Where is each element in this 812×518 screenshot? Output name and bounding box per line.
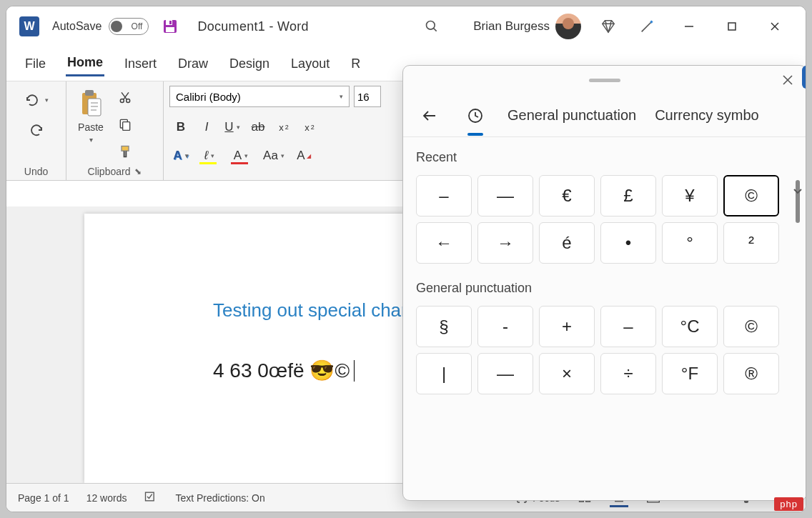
panel-close-button[interactable] (779, 71, 796, 89)
panel-tabs: General punctuation Currency symbo (403, 94, 806, 137)
user-name: Brian Burgess (473, 19, 550, 34)
underline-button[interactable]: U▾ (221, 116, 244, 139)
minimize-button[interactable] (678, 16, 700, 37)
close-button[interactable] (764, 16, 786, 37)
italic-button[interactable]: I (195, 116, 218, 139)
highlight-button[interactable]: ℓ▾ (195, 144, 224, 167)
autosave-state: Off (132, 21, 143, 31)
symbol-divide[interactable]: ÷ (600, 353, 656, 394)
clipboard-dialog-launcher[interactable]: ⬊ (134, 166, 142, 176)
symbol-pound[interactable]: £ (600, 175, 656, 216)
tab-currency-symbols[interactable]: Currency symbo (655, 107, 759, 124)
svg-rect-20 (122, 146, 129, 151)
maximize-button[interactable] (721, 16, 743, 37)
symbol-copyright-2[interactable]: © (723, 306, 779, 347)
subscript-button[interactable]: x2 (272, 116, 295, 139)
tab-draw[interactable]: Draw (177, 52, 209, 76)
window-controls (678, 16, 786, 37)
symbol-degree[interactable]: ° (662, 222, 718, 264)
save-button[interactable] (160, 16, 180, 36)
undo-button[interactable]: ▾ (24, 90, 49, 110)
tab-general-punctuation[interactable]: General punctuation (508, 107, 636, 124)
status-words[interactable]: 12 words (86, 492, 127, 504)
superscript-button[interactable]: x2 (298, 116, 321, 139)
symbol-multiply[interactable]: × (539, 353, 595, 394)
recent-symbol-grid: – — € £ ¥ © ← → é • ° ² (416, 175, 793, 264)
drag-grip[interactable] (589, 79, 620, 82)
clipboard-group-label: Clipboard (88, 166, 131, 177)
svg-rect-12 (88, 99, 101, 116)
symbol-plus[interactable]: + (539, 306, 595, 347)
symbol-e-acute[interactable]: é (539, 222, 595, 264)
autosave-group: AutoSave Off (52, 18, 149, 35)
recent-tab-icon[interactable] (462, 102, 489, 129)
symbol-section[interactable]: § (416, 306, 472, 347)
svg-rect-21 (146, 492, 154, 501)
symbol-arrow-left[interactable]: ← (416, 222, 472, 264)
title-bar: W AutoSave Off Document1 - Word Brian Bu… (6, 6, 806, 46)
paste-label: Paste (78, 121, 104, 133)
svg-rect-2 (169, 21, 172, 24)
symbol-emdash[interactable]: — (477, 175, 533, 216)
tab-file[interactable]: File (24, 52, 47, 76)
symbol-endash[interactable]: – (416, 175, 472, 216)
undo-group-label: Undo (12, 163, 60, 179)
text-effects-button[interactable]: A▾ (169, 144, 192, 167)
symbol-fahrenheit[interactable]: °F (662, 353, 718, 394)
tab-design[interactable]: Design (228, 52, 271, 76)
autosave-label: AutoSave (52, 20, 102, 33)
text-cursor (354, 360, 355, 382)
symbol-yen[interactable]: ¥ (662, 175, 718, 216)
status-page[interactable]: Page 1 of 1 (18, 492, 69, 504)
symbol-celsius[interactable]: °C (662, 306, 718, 347)
symbol-registered[interactable]: ® (723, 353, 779, 394)
general-symbol-grid: § - + – °C © | — × ÷ °F ® (416, 306, 793, 394)
font-name-select[interactable]: Calibri (Body)▾ (169, 86, 350, 107)
avatar[interactable] (555, 14, 581, 39)
panel-expand-chevron[interactable] (792, 186, 803, 199)
svg-rect-19 (123, 122, 130, 131)
symbol-squared[interactable]: ² (723, 222, 779, 264)
svg-rect-11 (85, 90, 94, 96)
svg-line-5 (434, 29, 437, 31)
diamond-icon[interactable] (594, 12, 623, 41)
change-case-button[interactable]: Aa▾ (258, 144, 289, 167)
panel-header[interactable] (403, 66, 806, 94)
status-spellcheck-icon[interactable] (144, 490, 158, 505)
status-predictions[interactable]: Text Predictions: On (175, 492, 264, 504)
search-icon[interactable] (417, 12, 446, 41)
symbol-endash-2[interactable]: – (600, 306, 656, 347)
svg-point-4 (427, 21, 435, 30)
symbol-hyphen[interactable]: - (477, 306, 533, 347)
panel-back-button[interactable] (416, 102, 443, 129)
panel-body[interactable]: Recent – — € £ ¥ © ← → é • ° ² General p… (403, 137, 806, 500)
font-size-input[interactable]: 16 (354, 86, 381, 107)
paste-button[interactable]: Paste ▾ (72, 86, 109, 146)
strikethrough-button[interactable]: ab (247, 116, 269, 139)
redo-button[interactable] (26, 120, 46, 140)
symbol-panel: General punctuation Currency symbo Recen… (402, 65, 806, 501)
symbol-bullet[interactable]: • (600, 222, 656, 264)
cut-button[interactable] (115, 87, 135, 107)
tab-layout[interactable]: Layout (289, 52, 331, 76)
section-recent-title: Recent (416, 150, 793, 165)
format-painter-button[interactable] (115, 141, 135, 161)
word-app-icon: W (19, 16, 39, 36)
autosave-toggle[interactable]: Off (109, 18, 149, 35)
symbol-euro[interactable]: € (539, 175, 595, 216)
bold-button[interactable]: B (169, 116, 192, 139)
symbol-emdash-2[interactable]: — (477, 353, 533, 394)
copy-button[interactable] (115, 114, 135, 134)
watermark: php (774, 497, 803, 511)
symbol-arrow-right[interactable]: → (477, 222, 533, 264)
clear-formatting-button[interactable]: A◢ (292, 144, 315, 167)
tab-home[interactable]: Home (66, 51, 104, 76)
svg-rect-7 (728, 23, 736, 30)
font-color-button[interactable]: A▾ (227, 144, 255, 167)
tab-references[interactable]: R (350, 52, 362, 76)
symbol-copyright[interactable]: © (723, 175, 779, 216)
symbol-pipe[interactable]: | (416, 353, 472, 394)
magic-wand-icon[interactable] (633, 12, 661, 41)
section-general-title: General punctuation (416, 281, 793, 296)
tab-insert[interactable]: Insert (123, 52, 158, 76)
